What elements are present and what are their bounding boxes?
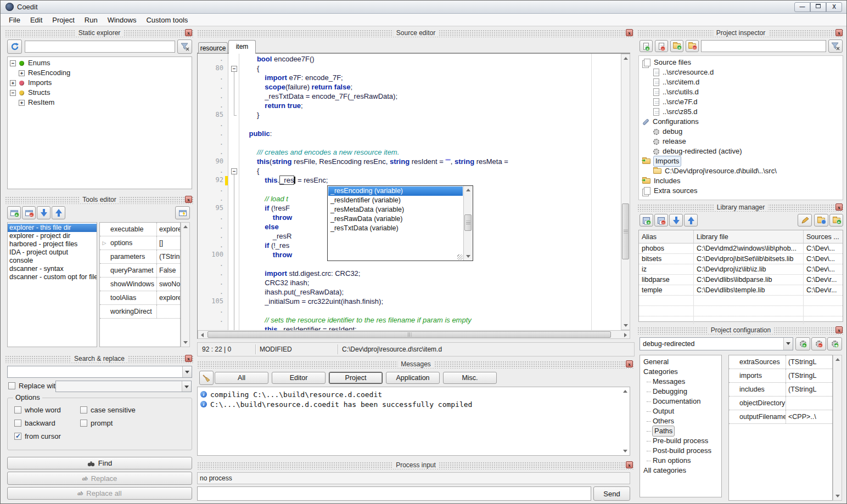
property-value[interactable]: [] <box>157 236 180 250</box>
symbol-tree-node[interactable]: +Imports <box>8 78 192 88</box>
menu-item-file[interactable]: File <box>4 15 25 25</box>
property-value[interactable]: (TStringL <box>157 250 180 263</box>
close-panel-button[interactable]: x <box>185 355 192 362</box>
tool-list-item[interactable]: harbored - project files <box>8 240 97 248</box>
chevron-down-icon[interactable] <box>783 338 793 350</box>
code-line[interactable]: /// creates and encodes a new resource i… <box>241 148 399 157</box>
code-line[interactable]: _resTxtData = encode_7F(_resRawData); <box>241 92 397 101</box>
project-tree-node[interactable]: debug <box>639 127 843 137</box>
code-line[interactable]: CRC32 ihash; <box>241 279 309 288</box>
symbol-tree-node[interactable]: −Enums <box>8 58 192 68</box>
project-tree-node[interactable]: Extra sources <box>639 186 843 196</box>
close-panel-button[interactable]: x <box>835 203 843 211</box>
property-row[interactable]: workingDirect <box>100 305 180 319</box>
table-row[interactable]: templeC:\Dev\dlibs\temple.libC:\Dev\r... <box>639 285 843 296</box>
inspector-filter-input[interactable] <box>701 40 826 52</box>
minimize-button[interactable]: — <box>794 2 810 12</box>
close-panel-button[interactable]: x <box>835 326 843 333</box>
code-line[interactable]: // load t <box>241 195 288 204</box>
checkbox[interactable] <box>80 406 87 414</box>
table-row[interactable] <box>639 306 843 316</box>
editor-vertical-scrollbar[interactable] <box>621 54 630 330</box>
property-value[interactable]: (TStringL <box>786 383 832 396</box>
completion-item[interactable]: _resRawData (variable) <box>328 214 463 224</box>
title-bar[interactable]: Coedit — X <box>1 1 846 14</box>
property-value[interactable]: (TStringL <box>786 355 832 369</box>
checkbox[interactable] <box>14 433 21 440</box>
category-item[interactable]: Paths <box>640 426 721 436</box>
move-tool-up-button[interactable] <box>52 206 65 219</box>
popup-resize-grip[interactable] <box>457 254 463 260</box>
replace-button[interactable]: ab Replace <box>7 472 192 485</box>
search-option-backward[interactable]: backward <box>14 419 55 427</box>
tab-item[interactable]: item <box>228 40 256 54</box>
add-configuration-button[interactable]: + <box>795 337 810 350</box>
property-row[interactable]: outputFilename<CPP>..\ <box>729 410 832 424</box>
close-panel-button[interactable]: x <box>185 196 192 203</box>
property-value[interactable]: <CPP>..\ <box>786 410 832 423</box>
checkbox[interactable] <box>14 420 21 427</box>
property-row[interactable]: showWindowsswoNone <box>100 278 180 291</box>
completion-item[interactable]: _resIdentifier (variable) <box>328 196 463 205</box>
edit-library-button[interactable] <box>798 214 812 226</box>
project-tree-node[interactable]: ..\src\item.d <box>639 77 843 87</box>
message-line[interactable]: icompiling C:\...\build\resource.d.coedi… <box>198 389 630 399</box>
symbol-tree-node[interactable]: −Structs <box>8 88 192 98</box>
property-row[interactable]: queryParametFalse <box>100 264 180 278</box>
expand-arrow-icon[interactable]: ▷ <box>100 240 109 246</box>
property-row[interactable]: objectDirectory <box>729 397 832 410</box>
search-option-case-sensitive[interactable]: case sensitive <box>80 406 136 414</box>
category-item[interactable]: Others <box>640 416 721 426</box>
category-item[interactable]: Messages <box>640 377 721 387</box>
project-tree-node[interactable]: Includes <box>639 176 843 186</box>
replace-term-combobox[interactable] <box>55 381 192 392</box>
tool-list-item[interactable]: dscanner - syntax <box>8 265 97 273</box>
chevron-down-icon[interactable] <box>182 366 192 377</box>
code-line[interactable]: { <box>241 64 259 73</box>
code-line[interactable]: scope(failure) return false; <box>241 83 352 92</box>
project-tree-node[interactable]: release <box>639 137 843 146</box>
close-panel-button[interactable]: x <box>626 29 633 36</box>
code-line[interactable]: if (!resF <box>241 204 290 213</box>
property-value[interactable]: False <box>157 264 180 277</box>
code-line[interactable]: _initialSum = crc322uint(ihash.finish); <box>241 297 383 307</box>
project-tree-node[interactable]: ..\src\utils.d <box>639 87 843 97</box>
code-line[interactable]: this._resIdentifier = resIdent; <box>241 325 357 330</box>
code-line[interactable]: public: <box>241 129 272 139</box>
property-value[interactable]: (TStringL <box>786 369 832 382</box>
project-tree-node[interactable]: ..\src\resource.d <box>639 67 843 77</box>
symbol-tree-node[interactable]: +ResItem <box>8 98 192 107</box>
search-option-prompt[interactable]: prompt <box>80 419 113 427</box>
column-header[interactable]: Sources ... <box>804 230 843 243</box>
code-line[interactable]: { <box>241 167 259 176</box>
tree-expander-icon[interactable]: + <box>19 100 25 106</box>
remove-file-button[interactable]: − <box>655 40 668 52</box>
close-panel-button[interactable]: x <box>626 360 633 367</box>
table-row[interactable]: bitsetsC:\Dev\dproj\bitSet\lib\bitsets.l… <box>639 254 843 264</box>
table-row[interactable] <box>639 316 843 324</box>
messages-filter-all[interactable]: All <box>215 372 268 384</box>
remove-library-button[interactable]: − <box>654 214 668 226</box>
execute-tool-button[interactable] <box>175 206 190 219</box>
replace-with-checkbox[interactable] <box>8 382 15 389</box>
table-row[interactable] <box>639 296 843 306</box>
property-row[interactable]: ▷options[] <box>100 236 180 250</box>
completion-item[interactable]: _resEncoding (variable) <box>328 186 463 196</box>
tree-expander-icon[interactable]: + <box>19 70 25 76</box>
symbol-tree-node[interactable]: +ResEncoding <box>8 68 192 78</box>
import-library-folder-button[interactable] <box>814 214 828 226</box>
tool-list-item[interactable]: console <box>8 257 97 265</box>
category-item[interactable]: Run options <box>640 456 721 466</box>
category-item[interactable]: Output <box>640 406 721 416</box>
category-item[interactable]: Documentation <box>640 397 721 406</box>
menu-item-custom-tools[interactable]: Custom tools <box>141 15 193 25</box>
property-value[interactable]: explorer <box>157 291 180 304</box>
tool-list-item[interactable]: explorer - project dir <box>8 232 97 240</box>
process-input-field[interactable] <box>197 486 591 501</box>
search-term-combobox[interactable] <box>7 366 192 378</box>
tool-list-item[interactable]: explorer - this file dir <box>8 224 97 232</box>
table-row[interactable]: libdparseC:\Dev\dlibs\libdparse.libC:\De… <box>639 275 843 285</box>
column-header[interactable]: Library file <box>694 230 804 243</box>
close-button[interactable]: X <box>826 2 842 12</box>
add-library-folder-button[interactable]: + <box>829 214 843 226</box>
